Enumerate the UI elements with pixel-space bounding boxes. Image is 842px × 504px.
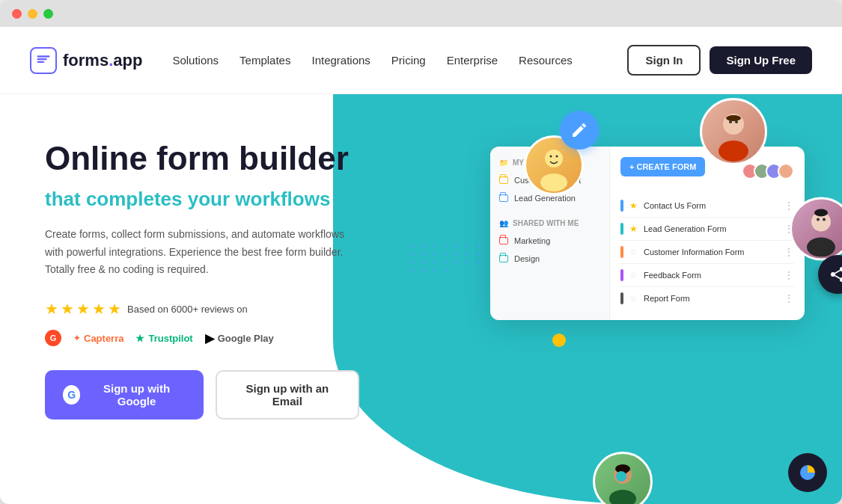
sidebar-item-design[interactable]: Design bbox=[490, 250, 609, 268]
folder-icon bbox=[499, 176, 508, 184]
orbit-dot-bottom bbox=[616, 471, 626, 482]
browser-dot-maximize[interactable] bbox=[43, 9, 53, 19]
google-signup-button[interactable]: G Sign up with Google bbox=[45, 370, 204, 420]
form-name: Report Form bbox=[644, 294, 778, 303]
capterra-logo: ✦ Capterra bbox=[73, 333, 123, 344]
form-star: ☆ bbox=[629, 247, 638, 257]
form-star: ★ bbox=[629, 224, 638, 234]
nav-resources[interactable]: Resources bbox=[519, 54, 573, 67]
form-menu-dots[interactable]: ⋮ bbox=[784, 269, 794, 281]
svg-line-24 bbox=[835, 271, 841, 274]
logo-icon bbox=[30, 47, 57, 74]
orbit-dot-left bbox=[552, 334, 566, 347]
sidebar-shared-with-me: 👥 SHARED WITH ME Marketing Design bbox=[490, 219, 609, 268]
form-item-lead-gen[interactable]: ★ Lead Generation Form ⋮ bbox=[620, 218, 794, 241]
capterra-icon: ✦ bbox=[73, 334, 80, 343]
form-menu-dots[interactable]: ⋮ bbox=[784, 246, 794, 258]
chart-float-button bbox=[788, 453, 827, 492]
svg-line-23 bbox=[835, 276, 841, 279]
hero-title: Online form builder bbox=[45, 139, 359, 179]
create-row: + CREATE FORM bbox=[620, 157, 794, 185]
form-menu-dots[interactable]: ⋮ bbox=[784, 292, 794, 304]
hero-left: Online form builder that completes your … bbox=[0, 94, 389, 504]
form-name: Feedback Form bbox=[644, 271, 778, 280]
form-item-report[interactable]: ☆ Report Form ⋮ bbox=[620, 287, 794, 310]
page-content: forms.app Solutions Templates Integratio… bbox=[0, 27, 842, 504]
sidebar-item-label: Lead Generation bbox=[514, 194, 576, 203]
star-rating: ★ ★ ★ ★ ★ bbox=[45, 300, 121, 318]
svg-point-1 bbox=[540, 173, 567, 191]
browser-dot-close[interactable] bbox=[12, 9, 22, 19]
sidebar-item-label: Marketing bbox=[514, 236, 550, 245]
star-1: ★ bbox=[45, 300, 58, 318]
form-name: Lead Generation Form bbox=[644, 224, 778, 233]
nav-solutions[interactable]: Solutions bbox=[172, 54, 219, 67]
review-logos: G ✦ Capterra ★ Trustpilot ▶ Google Play bbox=[45, 330, 359, 346]
hero-buttons: G Sign up with Google Sign up with an Em… bbox=[45, 370, 359, 420]
folder-icon bbox=[499, 237, 508, 245]
form-item-feedback[interactable]: ☆ Feedback Form ⋮ bbox=[620, 264, 794, 287]
hero-description: Create forms, collect form submissions, … bbox=[45, 226, 359, 279]
browser-window: forms.app Solutions Templates Integratio… bbox=[0, 0, 842, 504]
svg-point-5 bbox=[719, 141, 748, 162]
create-form-label: + CREATE FORM bbox=[629, 162, 696, 171]
logo[interactable]: forms.app bbox=[30, 47, 142, 74]
team-avatar-4 bbox=[778, 163, 794, 179]
email-signup-button[interactable]: Sign up with an Email bbox=[216, 370, 359, 420]
folder-icon bbox=[499, 194, 508, 202]
svg-point-3 bbox=[556, 156, 558, 158]
form-star: ☆ bbox=[629, 293, 638, 304]
hero-subtitle: that completes your workflows bbox=[45, 188, 359, 211]
google-play-logo: ▶ Google Play bbox=[205, 331, 274, 345]
nav-actions: Sign In Sign Up Free bbox=[627, 45, 812, 76]
star-5: ★ bbox=[108, 300, 121, 318]
sidebar-shared-title: 👥 SHARED WITH ME bbox=[490, 219, 609, 232]
sign-up-button[interactable]: Sign Up Free bbox=[710, 46, 812, 74]
nav-enterprise[interactable]: Enterprise bbox=[447, 54, 498, 67]
create-form-button[interactable]: + CREATE FORM bbox=[620, 157, 705, 176]
nav-integrations[interactable]: Integrations bbox=[311, 54, 370, 67]
g2-icon: G bbox=[45, 330, 61, 346]
capterra-text: Capterra bbox=[84, 333, 123, 344]
hero-section: Online form builder that completes your … bbox=[0, 94, 842, 504]
share-float-button bbox=[818, 255, 842, 294]
form-item-contact[interactable]: ★ Contact Us Form ⋮ bbox=[620, 194, 794, 218]
star-4: ★ bbox=[92, 300, 106, 318]
sidebar-item-label: Design bbox=[514, 254, 540, 263]
form-menu-dots[interactable]: ⋮ bbox=[784, 200, 794, 212]
dot-grid bbox=[412, 244, 481, 272]
logo-text: forms.app bbox=[63, 51, 142, 70]
hero-right: 📁 MY FORMS Customer Support Lead Generat… bbox=[389, 94, 842, 504]
star-3: ★ bbox=[76, 300, 90, 318]
svg-point-2 bbox=[550, 156, 552, 158]
form-color-bar bbox=[620, 223, 623, 235]
navbar: forms.app Solutions Templates Integratio… bbox=[0, 27, 842, 94]
gplay-text: Google Play bbox=[218, 333, 274, 344]
svg-point-12 bbox=[823, 218, 826, 221]
team-avatars bbox=[746, 163, 794, 179]
browser-dot-minimize[interactable] bbox=[28, 9, 37, 19]
svg-rect-14 bbox=[817, 212, 825, 214]
star-2: ★ bbox=[61, 300, 74, 318]
gplay-icon: ▶ bbox=[205, 331, 214, 345]
g2-logo: G bbox=[45, 330, 61, 346]
nav-pricing[interactable]: Pricing bbox=[391, 54, 426, 67]
avatar-2 bbox=[700, 98, 767, 165]
trustpilot-icon: ★ bbox=[135, 333, 144, 344]
mockup-main: + CREATE FORM bbox=[610, 147, 805, 320]
reviews-section: ★ ★ ★ ★ ★ Based on 6000+ reviews on bbox=[45, 300, 359, 318]
sign-in-button[interactable]: Sign In bbox=[627, 45, 701, 76]
form-color-bar bbox=[620, 246, 623, 258]
sidebar-item-marketing[interactable]: Marketing bbox=[490, 232, 609, 250]
pencil-float-button bbox=[560, 111, 599, 150]
email-signup-label: Sign up with an Email bbox=[235, 382, 340, 408]
svg-point-16 bbox=[609, 490, 636, 504]
form-color-bar bbox=[620, 292, 623, 304]
form-color-bar bbox=[620, 200, 623, 212]
svg-point-10 bbox=[807, 238, 835, 257]
form-item-customer-info[interactable]: ☆ Customer Information Form ⋮ bbox=[620, 241, 794, 264]
form-star: ★ bbox=[629, 200, 638, 211]
nav-templates[interactable]: Templates bbox=[240, 54, 290, 67]
trustpilot-text: Trustpilot bbox=[148, 333, 192, 344]
review-text: Based on 6000+ reviews on bbox=[127, 304, 248, 315]
